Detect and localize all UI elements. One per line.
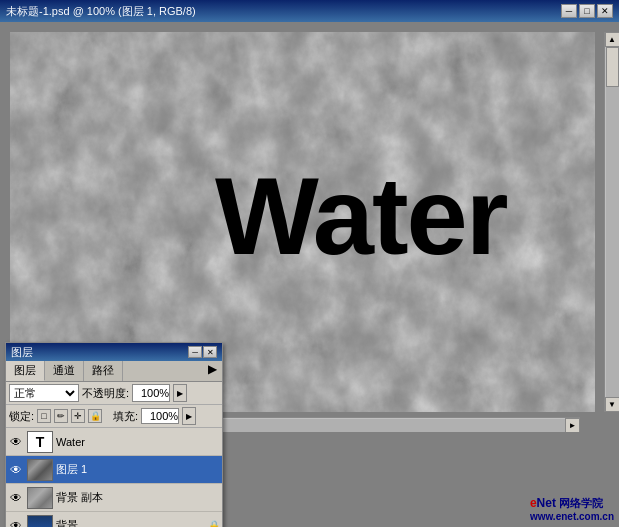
layer-visibility-layer1[interactable]: 👁 [8, 462, 24, 478]
layer-item-bg[interactable]: 👁 背景 🔒 [6, 512, 222, 527]
layer-lock-fill-row: 锁定: □ ✏ ✛ 🔒 填充: ▶ [6, 405, 222, 428]
water-text: Water [215, 152, 507, 279]
layers-panel: 图层 ─ ✕ 图层 通道 路径 ▶ 正常 不透明度: [5, 342, 223, 527]
layer-mode-opacity-row: 正常 不透明度: ▶ [6, 382, 222, 405]
main-area: Water ▲ ▼ ◄ ► 图层 ─ ✕ 图层 [0, 22, 619, 527]
layer-name-bg-copy: 背景 副本 [56, 490, 220, 505]
tab-layers[interactable]: 图层 [6, 361, 45, 381]
opacity-label: 不透明度: [82, 386, 129, 401]
watermark-subtitle: 网络学院 [559, 497, 603, 509]
blend-mode-select[interactable]: 正常 [9, 384, 79, 402]
lock-all-button[interactable]: 🔒 [88, 409, 102, 423]
lock-move-button[interactable]: ✛ [71, 409, 85, 423]
layer-list: 👁 T Water 👁 图层 1 👁 背景 副本 👁 背景 � [6, 428, 222, 527]
title-bar: 未标题-1.psd @ 100% (图层 1, RGB/8) ─ □ ✕ [0, 0, 619, 22]
watermark: eNet 网络学院 www.enet.com.cn [530, 496, 614, 522]
layer-name-layer1: 图层 1 [56, 462, 220, 477]
layer-visibility-bg[interactable]: 👁 [8, 518, 24, 528]
scrollbar-right: ▲ ▼ [604, 32, 619, 412]
maximize-button[interactable]: □ [579, 4, 595, 18]
layers-panel-title-buttons: ─ ✕ [188, 346, 217, 358]
layers-panel-title-bar: 图层 ─ ✕ [6, 343, 222, 361]
layers-panel-title: 图层 [11, 345, 33, 360]
fill-arrow[interactable]: ▶ [182, 407, 196, 425]
layer-thumbnail-layer1 [27, 459, 53, 481]
title-bar-buttons: ─ □ ✕ [561, 4, 613, 18]
layer-visibility-water[interactable]: 👁 [8, 434, 24, 450]
layer-thumbnail-bg-copy [27, 487, 53, 509]
opacity-input[interactable] [132, 384, 170, 402]
layer-lock-icon-bg: 🔒 [208, 520, 220, 527]
layers-panel-close[interactable]: ✕ [203, 346, 217, 358]
layer-thumbnail-bg [27, 515, 53, 528]
fill-input[interactable] [141, 408, 179, 424]
layer-name-water: Water [56, 436, 220, 448]
layer-visibility-bg-copy[interactable]: 👁 [8, 490, 24, 506]
watermark-net: Net [537, 496, 556, 510]
close-button[interactable]: ✕ [597, 4, 613, 18]
scroll-thumb-vertical[interactable] [606, 47, 619, 87]
watermark-domain: www.enet.com.cn [530, 511, 614, 522]
window-title: 未标题-1.psd @ 100% (图层 1, RGB/8) [6, 4, 196, 19]
opacity-arrow[interactable]: ▶ [173, 384, 187, 402]
tab-paths[interactable]: 路径 [84, 361, 123, 381]
scroll-track-vertical [606, 47, 619, 397]
layer-thumbnail-water: T [27, 431, 53, 453]
scroll-down-button[interactable]: ▼ [605, 397, 620, 412]
layers-tabs: 图层 通道 路径 ▶ [6, 361, 222, 382]
layer-item-water[interactable]: 👁 T Water [6, 428, 222, 456]
watermark-brand: e [530, 496, 537, 510]
layer-item-layer1[interactable]: 👁 图层 1 [6, 456, 222, 484]
lock-label: 锁定: [9, 409, 34, 424]
tab-channels[interactable]: 通道 [45, 361, 84, 381]
layer-item-bg-copy[interactable]: 👁 背景 副本 [6, 484, 222, 512]
scroll-up-button[interactable]: ▲ [605, 32, 620, 47]
layers-panel-minimize[interactable]: ─ [188, 346, 202, 358]
lock-transparent-button[interactable]: □ [37, 409, 51, 423]
panel-menu-icon[interactable]: ▶ [204, 361, 220, 377]
lock-paint-button[interactable]: ✏ [54, 409, 68, 423]
fill-label: 填充: [113, 409, 138, 424]
minimize-button[interactable]: ─ [561, 4, 577, 18]
scroll-right-button[interactable]: ► [565, 418, 580, 433]
layer-name-bg: 背景 [56, 518, 205, 527]
